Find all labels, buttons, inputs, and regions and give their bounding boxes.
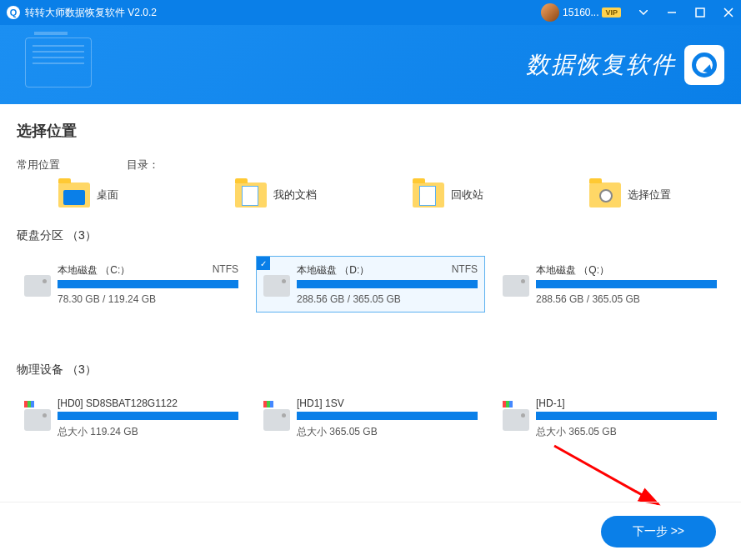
usage-bar [297, 412, 478, 420]
brand-logo-icon [684, 45, 724, 85]
svg-line-2 [554, 446, 658, 504]
partition-fs: NTFS [213, 263, 238, 278]
location-label: 我的文档 [273, 188, 317, 202]
banner-decoration-icon [25, 38, 92, 88]
physical-disk-icon [503, 409, 529, 431]
common-locations-row: 桌面 我的文档 回收站 选择位置 [17, 182, 724, 208]
location-label: 选择位置 [628, 188, 671, 202]
location-label: 回收站 [451, 188, 483, 202]
device-size: 总大小 119.24 GB [58, 425, 238, 439]
location-browse[interactable]: 选择位置 [548, 182, 724, 208]
usage-bar [536, 280, 717, 288]
common-locations-label: 常用位置 [17, 158, 60, 172]
close-button[interactable] [723, 7, 734, 18]
brand-text: 数据恢复软件 [526, 49, 676, 81]
location-label: 桌面 [97, 188, 118, 202]
usage-bar [297, 280, 478, 288]
usage-bar [58, 280, 238, 288]
usage-bar [536, 412, 717, 420]
minimize-button[interactable] [666, 7, 678, 18]
folder-recycle-icon [413, 182, 444, 208]
directory-label: 目录： [127, 158, 159, 172]
common-header-row: 常用位置 目录： [17, 158, 724, 172]
dropdown-icon[interactable] [638, 7, 649, 18]
folder-desktop-icon [58, 182, 90, 208]
window-controls [638, 7, 734, 18]
partition-c[interactable]: 本地磁盘 （C:） NTFS 78.30 GB / 119.24 GB [17, 256, 246, 312]
device-size: 总大小 365.05 GB [297, 425, 478, 439]
location-desktop[interactable]: 桌面 [17, 182, 193, 208]
svg-rect-1 [696, 8, 704, 17]
partition-d[interactable]: 本地磁盘 （D:） NTFS 288.56 GB / 365.05 GB [256, 256, 485, 312]
page-title: 选择位置 [17, 121, 724, 141]
physical-disk-icon [263, 409, 290, 431]
device-hd1[interactable]: [HD1] 1SV 总大小 365.05 GB [256, 390, 485, 447]
partition-fs: NTFS [452, 263, 478, 278]
device-name: [HD-1] [536, 398, 565, 409]
device-hd0[interactable]: [HD0] SD8SBAT128G1122 总大小 119.24 GB [17, 390, 246, 447]
vip-badge: VIP [602, 8, 621, 18]
partitions-header: 硬盘分区 （3） [17, 228, 724, 243]
device-hd-1[interactable]: [HD-1] 总大小 365.05 GB [495, 390, 724, 447]
disk-icon [503, 275, 529, 297]
devices-row: [HD0] SD8SBAT128G1122 总大小 119.24 GB [HD1… [17, 390, 724, 447]
banner: 数据恢复软件 [0, 25, 741, 104]
partition-name: 本地磁盘 （Q:） [536, 263, 609, 278]
user-id: 15160... [563, 7, 598, 18]
avatar-icon [541, 3, 559, 22]
location-documents[interactable]: 我的文档 [193, 182, 370, 208]
partitions-row: 本地磁盘 （C:） NTFS 78.30 GB / 119.24 GB 本地磁盘… [17, 256, 724, 312]
footer: 下一步 >> [0, 502, 741, 560]
app-logo-icon: Q [7, 6, 20, 19]
maximize-button[interactable] [694, 7, 706, 18]
device-name: [HD1] 1SV [297, 398, 344, 409]
partition-q[interactable]: 本地磁盘 （Q:） 288.56 GB / 365.05 GB [495, 256, 724, 312]
location-recycle-bin[interactable]: 回收站 [371, 182, 548, 208]
device-name: [HD0] SD8SBAT128G1122 [58, 398, 178, 409]
partition-size: 78.30 GB / 119.24 GB [58, 293, 238, 305]
folder-browse-icon [589, 182, 621, 208]
partition-name: 本地磁盘 （D:） [297, 263, 369, 278]
app-title: 转转大师数据恢复软件 V2.0.2 [25, 6, 541, 20]
user-area[interactable]: 15160... VIP [541, 3, 621, 22]
partition-name: 本地磁盘 （C:） [58, 263, 130, 278]
next-button[interactable]: 下一步 >> [601, 516, 716, 548]
folder-documents-icon [235, 182, 267, 208]
disk-icon [24, 275, 51, 297]
device-size: 总大小 365.05 GB [536, 425, 717, 439]
partition-size: 288.56 GB / 365.05 GB [536, 293, 717, 305]
devices-header: 物理设备 （3） [17, 362, 724, 378]
physical-disk-icon [24, 409, 51, 431]
titlebar: Q 转转大师数据恢复软件 V2.0.2 15160... VIP [0, 0, 741, 25]
disk-icon [263, 275, 290, 297]
usage-bar [58, 412, 238, 420]
main-content: 选择位置 常用位置 目录： 桌面 我的文档 回收站 选择位置 硬盘分区 （3） [0, 104, 741, 447]
partition-size: 288.56 GB / 365.05 GB [297, 293, 478, 305]
